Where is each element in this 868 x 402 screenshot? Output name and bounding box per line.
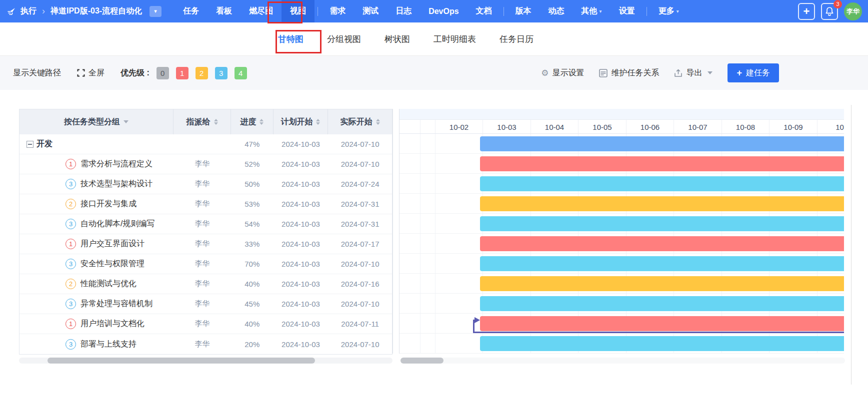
table-row[interactable]: 开发47%2024-10-032024-07-10 <box>20 134 392 154</box>
priority-circle-3: 3 <box>66 339 76 350</box>
nav-item-日志[interactable]: 日志 <box>387 0 420 22</box>
nav-item-DevOps[interactable]: DevOps <box>420 0 467 22</box>
table-gantt-splitter[interactable] <box>392 109 400 354</box>
breadcrumb-section[interactable]: 执行 <box>20 6 36 16</box>
table-row[interactable]: 2接口开发与集成李华53%2024-10-032024-07-31 <box>20 194 392 214</box>
assignee-cell: 李华 <box>174 254 231 274</box>
gantt-bar[interactable] <box>480 236 844 251</box>
column-header-progress[interactable]: 进度 <box>231 109 274 134</box>
task-name[interactable]: 性能测试与优化 <box>80 279 136 289</box>
gantt-bar[interactable] <box>480 196 844 211</box>
task-name[interactable]: 自动化脚本/规则编写 <box>80 219 154 229</box>
actual-start-cell: 2024-07-24 <box>328 174 392 194</box>
column-header-group-by[interactable]: 按任务类型分组 <box>20 109 174 134</box>
priority-circle-1: 1 <box>66 159 76 169</box>
table-row[interactable]: 1需求分析与流程定义李华52%2024-10-032024-07-10 <box>20 154 392 174</box>
breadcrumb-project[interactable]: 禅道IPD版-03-流程自动化 <box>50 6 142 16</box>
sort-desc-icon <box>260 122 264 125</box>
column-header-label: 实际开始 <box>340 117 372 127</box>
table-row[interactable]: 3自动化脚本/规则编写李华54%2024-10-032024-07-31 <box>20 214 392 234</box>
table-row[interactable]: 1用户交互界面设计李华33%2024-10-032024-07-17 <box>20 234 392 254</box>
gantt-body <box>400 134 844 354</box>
gantt-row <box>400 134 844 154</box>
gantt-bar[interactable] <box>480 176 844 191</box>
priority-badge-4[interactable]: 4 <box>234 67 247 79</box>
table-row[interactable]: 3安全性与权限管理李华70%2024-10-032024-07-10 <box>20 254 392 274</box>
task-name[interactable]: 技术选型与架构设计 <box>80 179 152 189</box>
priority-badge-1[interactable]: 1 <box>176 67 188 79</box>
column-header-planned-start[interactable]: 计划开始 <box>274 109 328 134</box>
gantt-bar[interactable] <box>480 336 844 351</box>
fullscreen-button[interactable]: 全屏 <box>77 68 104 78</box>
priority-badge-3[interactable]: 3 <box>215 67 228 79</box>
collapse-icon[interactable] <box>26 141 34 148</box>
task-name[interactable]: 安全性与权限管理 <box>80 259 144 269</box>
nav-item-label: 看板 <box>216 6 232 16</box>
tab-分组视图[interactable]: 分组视图 <box>327 33 361 45</box>
task-name[interactable]: 用户交互界面设计 <box>80 239 144 249</box>
nav-item-测试[interactable]: 测试 <box>354 0 387 22</box>
tab-任务日历[interactable]: 任务日历 <box>500 33 534 45</box>
column-header-assignee[interactable]: 指派给 <box>174 109 231 134</box>
gantt-bar[interactable] <box>480 216 844 231</box>
gantt-bar[interactable] <box>480 136 844 151</box>
table-row[interactable]: 2性能测试与优化李华40%2024-10-032024-07-16 <box>20 274 392 294</box>
tab-工时明细表[interactable]: 工时明细表 <box>434 33 476 45</box>
nav-item-更多[interactable]: 更多▾ <box>650 0 688 22</box>
table-hscrollbar-track[interactable] <box>19 358 392 364</box>
nav-item-版本[interactable]: 版本 <box>507 0 540 22</box>
nav-item-看板[interactable]: 看板 <box>208 0 240 22</box>
progress-cell: 33% <box>231 234 274 254</box>
gantt-bar[interactable] <box>480 316 844 331</box>
nav-item-文档[interactable]: 文档 <box>468 0 500 22</box>
table-row[interactable]: 1用户培训与文档化李华40%2024-10-032024-07-11 <box>20 314 392 334</box>
nav-item-其他[interactable]: 其他▾ <box>573 0 610 22</box>
gantt-hscrollbar-thumb[interactable] <box>400 358 444 364</box>
assignee-cell: 李华 <box>174 314 231 334</box>
priority-badge-2[interactable]: 2 <box>196 67 208 79</box>
priority-circle-2: 2 <box>66 199 76 209</box>
export-button[interactable]: 导出 <box>674 68 712 78</box>
nav-item-视图[interactable]: 视图 <box>282 0 314 22</box>
nav-item-label: DevOps <box>428 7 458 16</box>
gantt-bar[interactable] <box>480 256 844 271</box>
nav-item-任务[interactable]: 任务 <box>174 0 208 22</box>
priority-badge-0[interactable]: 0 <box>156 67 169 79</box>
quick-create-button[interactable]: + <box>798 3 815 20</box>
table-hscrollbar-thumb[interactable] <box>48 358 315 364</box>
planned-start-cell: 2024-10-03 <box>274 314 328 334</box>
table-row[interactable]: 3异常处理与容错机制李华45%2024-10-032024-07-10 <box>20 294 392 314</box>
breadcrumb-chevron-icon: › <box>42 6 45 16</box>
nav-item-动态[interactable]: 动态 <box>540 0 573 22</box>
task-name[interactable]: 接口开发与集成 <box>80 199 136 209</box>
tab-甘特图[interactable]: 甘特图 <box>278 33 304 45</box>
gantt-hscrollbar-track[interactable] <box>400 358 845 364</box>
table-row[interactable]: 3技术选型与架构设计李华50%2024-10-032024-07-24 <box>20 174 392 194</box>
task-name[interactable]: 用户培训与文档化 <box>80 319 144 329</box>
column-header-label: 进度 <box>240 117 256 127</box>
task-name[interactable]: 需求分析与流程定义 <box>80 159 152 169</box>
display-settings-button[interactable]: ⚙ 显示设置 <box>541 68 584 78</box>
dependency-line <box>473 332 844 333</box>
gantt-row <box>400 254 844 274</box>
tab-树状图[interactable]: 树状图 <box>384 33 410 45</box>
maintain-relations-button[interactable]: 维护任务关系 <box>599 68 659 78</box>
nav-item-燃尽图[interactable]: 燃尽图 <box>240 0 282 22</box>
show-critical-path-toggle[interactable]: 显示关键路径 <box>13 68 61 78</box>
timeline-date-label: 10-05 <box>592 123 612 131</box>
planned-start-cell: 2024-10-03 <box>274 134 328 154</box>
nav-item-设置[interactable]: 设置 <box>610 0 644 22</box>
gantt-bar[interactable] <box>480 156 844 171</box>
table-row[interactable]: 3部署与上线支持李华20%2024-10-032024-07-10 <box>20 334 392 354</box>
task-name[interactable]: 异常处理与容错机制 <box>80 299 152 309</box>
task-name-cell: 3异常处理与容错机制 <box>20 294 174 314</box>
gantt-bar[interactable] <box>480 276 844 291</box>
task-name[interactable]: 部署与上线支持 <box>80 339 136 350</box>
gantt-bar[interactable] <box>480 296 844 311</box>
avatar[interactable]: 李华 <box>844 2 862 20</box>
column-header-actual-start[interactable]: 实际开始 <box>328 109 392 134</box>
notifications-button[interactable]: 3 <box>821 3 838 20</box>
nav-item-需求[interactable]: 需求 <box>321 0 354 22</box>
project-switcher-caret-icon[interactable]: ▾ <box>150 6 162 17</box>
create-task-button[interactable]: + 建任务 <box>728 63 779 82</box>
